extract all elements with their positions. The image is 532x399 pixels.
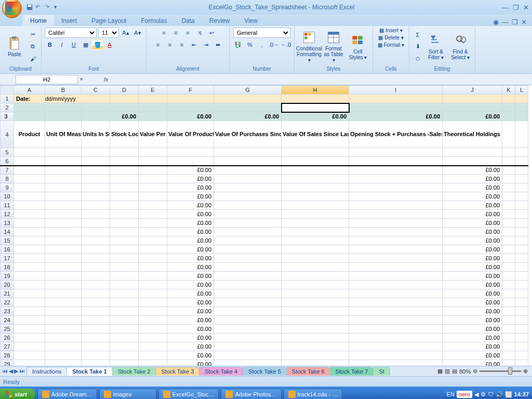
col-header-A[interactable]: A bbox=[14, 86, 45, 95]
sort-filter-button[interactable]: Sort & Filter ▾ bbox=[424, 32, 447, 61]
row-header[interactable]: 6 bbox=[1, 157, 14, 166]
orientation-button[interactable]: ⤭ bbox=[195, 28, 205, 38]
row-header[interactable]: 16 bbox=[1, 245, 14, 254]
sheet-tab[interactable]: Stock Take 3 bbox=[155, 367, 200, 376]
taskbar-item[interactable]: images bbox=[99, 389, 156, 399]
align-top-button[interactable]: ≡ bbox=[159, 28, 169, 38]
tab-formulas[interactable]: Formulas bbox=[134, 15, 174, 26]
underline-button[interactable]: U bbox=[69, 39, 79, 50]
tab-data[interactable]: Data bbox=[174, 15, 202, 26]
col-header-G[interactable]: G bbox=[214, 86, 282, 95]
col-header-K[interactable]: K bbox=[502, 86, 515, 95]
align-middle-button[interactable]: ≡ bbox=[171, 28, 181, 38]
decrease-indent-button[interactable]: ⇤ bbox=[189, 39, 199, 50]
font-size-select[interactable]: 11 bbox=[98, 28, 119, 38]
format-as-table-button[interactable]: Format as Table ▾ bbox=[322, 29, 345, 64]
view-layout-icon[interactable]: ▥ bbox=[445, 368, 450, 375]
border-button[interactable]: ▦ bbox=[81, 39, 91, 50]
redo-icon[interactable]: ↷ bbox=[45, 4, 52, 11]
font-name-select[interactable]: Calibri bbox=[45, 28, 97, 38]
fill-color-button[interactable]: 🪣 bbox=[92, 39, 103, 50]
row-header[interactable]: 13 bbox=[1, 219, 14, 228]
col-header-I[interactable]: I bbox=[349, 86, 443, 95]
start-button[interactable]: start bbox=[0, 389, 35, 399]
row-header[interactable]: 14 bbox=[1, 228, 14, 236]
paste-button[interactable]: Paste bbox=[3, 35, 26, 58]
col-header-J[interactable]: J bbox=[443, 86, 502, 95]
row-header[interactable]: 7 bbox=[1, 166, 14, 175]
copy-button[interactable]: ⧉ bbox=[28, 42, 38, 52]
shrink-font-button[interactable]: A▾ bbox=[132, 28, 143, 38]
tab-view[interactable]: View bbox=[237, 15, 265, 26]
row-header[interactable]: 23 bbox=[1, 307, 14, 316]
format-painter-button[interactable]: 🖌 bbox=[28, 54, 38, 64]
col-header-D[interactable]: D bbox=[110, 86, 139, 95]
clock[interactable]: 14:37 bbox=[514, 391, 529, 397]
number-format-select[interactable]: General bbox=[233, 28, 290, 38]
align-bottom-button[interactable]: ≡ bbox=[183, 28, 193, 38]
italic-button[interactable]: I bbox=[57, 39, 67, 50]
col-header-C[interactable]: C bbox=[82, 86, 110, 95]
tab-home[interactable]: Home bbox=[23, 15, 54, 26]
tray-icon[interactable]: ⬜ bbox=[505, 391, 512, 398]
conditional-formatting-button[interactable]: Conditional Formatting ▾ bbox=[298, 29, 321, 64]
zoom-out-button[interactable]: ⊖ bbox=[473, 368, 477, 375]
sheet-tab[interactable]: Stock Take 7 bbox=[330, 367, 374, 376]
sheet-last-icon[interactable]: ⏭ bbox=[19, 368, 25, 375]
sheet-tab[interactable]: Stock Take 1 bbox=[66, 367, 112, 376]
save-icon[interactable] bbox=[26, 4, 33, 11]
row-header[interactable]: 12 bbox=[1, 210, 14, 219]
font-color-button[interactable]: A bbox=[104, 39, 115, 50]
sheet-tab[interactable]: Stock Take 5 bbox=[243, 367, 287, 376]
row-header[interactable]: 11 bbox=[1, 201, 14, 210]
row-header[interactable]: 27 bbox=[1, 342, 14, 351]
help-icon[interactable]: ◉ bbox=[493, 18, 499, 26]
comma-button[interactable]: , bbox=[257, 39, 267, 50]
ribbon-close-icon[interactable]: ✕ bbox=[521, 18, 527, 26]
row-header[interactable]: 4 bbox=[1, 121, 14, 148]
col-header-E[interactable]: E bbox=[139, 86, 167, 95]
align-center-button[interactable]: ≡ bbox=[165, 39, 175, 50]
tab-insert[interactable]: Insert bbox=[54, 15, 84, 26]
tray-icon[interactable]: ⚙ bbox=[481, 391, 486, 398]
grow-font-button[interactable]: A▴ bbox=[121, 28, 131, 38]
sheet-next-icon[interactable]: ▶ bbox=[14, 368, 18, 375]
delete-cells-button[interactable]: ▦ Delete ▾ bbox=[378, 35, 404, 41]
col-header-L[interactable]: L bbox=[515, 86, 528, 95]
sheet-first-icon[interactable]: ⏮ bbox=[2, 368, 8, 375]
sheet-prev-icon[interactable]: ◀ bbox=[9, 368, 13, 375]
increase-decimal-button[interactable]: .0→ bbox=[269, 39, 279, 50]
row-header[interactable]: 9 bbox=[1, 183, 14, 192]
language-indicator[interactable]: EN bbox=[447, 391, 455, 397]
row-header[interactable]: 26 bbox=[1, 334, 14, 342]
currency-button[interactable]: 💱 bbox=[233, 39, 243, 50]
row-header[interactable]: 17 bbox=[1, 254, 14, 263]
wrap-text-button[interactable]: ↩ bbox=[207, 28, 217, 38]
taskbar-item[interactable]: Adobe Dream… bbox=[37, 389, 97, 399]
tray-icon[interactable]: 🛡 bbox=[488, 391, 494, 397]
row-header[interactable]: 25 bbox=[1, 325, 14, 334]
clear-button[interactable]: ◇ bbox=[413, 54, 423, 64]
row-header[interactable]: 24 bbox=[1, 316, 14, 325]
nero-tray-icon[interactable]: nero bbox=[457, 391, 472, 398]
tab-page-layout[interactable]: Page Layout bbox=[84, 15, 134, 26]
tray-arrow-icon[interactable]: ◀ bbox=[474, 391, 478, 398]
close-icon[interactable]: ✕ bbox=[523, 4, 529, 11]
view-break-icon[interactable]: ▤ bbox=[452, 368, 457, 375]
row-header[interactable]: 1 bbox=[1, 95, 14, 103]
row-header[interactable]: 2 bbox=[1, 103, 14, 112]
row-header[interactable]: 3 bbox=[1, 112, 14, 121]
row-header[interactable]: 5 bbox=[1, 148, 14, 157]
align-right-button[interactable]: ≡ bbox=[177, 39, 187, 50]
taskbar-item[interactable]: track14.cda - … bbox=[284, 389, 343, 399]
row-header[interactable]: 29 bbox=[1, 360, 14, 366]
name-box-dropdown-icon[interactable]: ▾ bbox=[80, 76, 83, 83]
row-header[interactable]: 22 bbox=[1, 298, 14, 307]
ribbon-minimize-icon[interactable]: — bbox=[502, 18, 509, 26]
taskbar-item[interactable]: Adobe Photos… bbox=[221, 389, 281, 399]
row-header[interactable]: 28 bbox=[1, 351, 14, 360]
row-header[interactable]: 8 bbox=[1, 175, 14, 183]
autosum-button[interactable]: Σ bbox=[413, 30, 423, 40]
active-cell[interactable] bbox=[282, 103, 349, 112]
col-header-H[interactable]: H bbox=[282, 86, 349, 95]
